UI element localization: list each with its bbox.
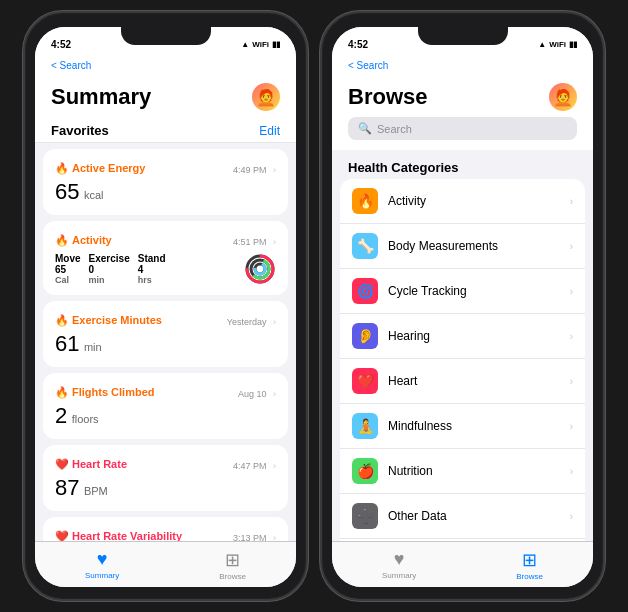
- status-icons-left: ▲ WiFi ▮▮: [241, 40, 280, 49]
- search-bar[interactable]: 🔍 Search: [348, 117, 577, 140]
- flame-icon-1: 🔥: [55, 162, 69, 175]
- hearing-chevron: ›: [570, 331, 573, 342]
- right-screen: 4:52 ▲ WiFi ▮▮ < Search Browse 🧑‍🦰: [332, 27, 593, 587]
- flights-value: 2 floors: [55, 403, 276, 429]
- notch: [121, 27, 211, 45]
- hrv-title: ❤️ Heart Rate Variability: [55, 530, 182, 542]
- active-energy-title: 🔥 Active Energy: [55, 162, 145, 175]
- other-icon: ➕: [352, 503, 378, 529]
- tab-summary-right[interactable]: ♥ Summary: [382, 549, 416, 580]
- nav-search-right: < Search: [348, 60, 388, 71]
- right-phone: 4:52 ▲ WiFi ▮▮ < Search Browse 🧑‍🦰: [320, 11, 605, 601]
- categories-list: 🔥 Activity › 🦴 Body Measurements ›: [340, 179, 585, 541]
- left-phone: 4:52 ▲ WiFi ▮▮ < Search Summary 🧑‍🦰: [23, 11, 308, 601]
- list-item-hearing[interactable]: 👂 Hearing ›: [340, 314, 585, 359]
- exercise-minutes-title: 🔥 Exercise Minutes: [55, 314, 162, 327]
- exercise-stat: Exercise 0 min: [89, 253, 130, 285]
- flights-title: 🔥 Flights Climbed: [55, 386, 155, 399]
- status-icons-right: ▲ WiFi ▮▮: [538, 40, 577, 49]
- heart-icon-2: ❤️: [55, 530, 69, 542]
- tab-summary-left[interactable]: ♥ Summary: [85, 549, 119, 580]
- active-energy-card[interactable]: 🔥 Active Energy 4:49 PM › 65 kcal: [43, 149, 288, 215]
- move-stat: Move 65 Cal: [55, 253, 81, 285]
- activity-stats: Move 65 Cal Exercise 0 min Stand 4 hrs: [55, 253, 276, 285]
- activity-chevron: ›: [570, 196, 573, 207]
- mindfulness-icon: 🧘: [352, 413, 378, 439]
- active-energy-value: 65 kcal: [55, 179, 276, 205]
- flame-icon-3: 🔥: [55, 314, 69, 327]
- user-avatar-right[interactable]: 🧑‍🦰: [549, 83, 577, 111]
- other-label: Other Data: [388, 509, 560, 523]
- nutrition-chevron: ›: [570, 466, 573, 477]
- notch-right: [418, 27, 508, 45]
- active-energy-time: 4:49 PM ›: [233, 159, 276, 177]
- body-icon: 🦴: [352, 233, 378, 259]
- summary-tab-label-right: Summary: [382, 571, 416, 580]
- hrv-time: 3:13 PM ›: [233, 527, 276, 541]
- browse-tab-label-right: Browse: [516, 572, 543, 581]
- cycle-icon: 🌀: [352, 278, 378, 304]
- list-item-body[interactable]: 🦴 Body Measurements ›: [340, 224, 585, 269]
- list-item-cycle[interactable]: 🌀 Cycle Tracking ›: [340, 269, 585, 314]
- favorites-label: Favorites: [51, 123, 109, 138]
- mindfulness-chevron: ›: [570, 421, 573, 432]
- exercise-value: 61 min: [55, 331, 276, 357]
- flights-card[interactable]: 🔥 Flights Climbed Aug 10 › 2 floors: [43, 373, 288, 439]
- flights-time: Aug 10 ›: [238, 383, 276, 401]
- exercise-time: Yesterday ›: [227, 311, 276, 329]
- time-left: 4:52: [51, 39, 71, 50]
- flame-icon-2: 🔥: [55, 234, 69, 247]
- heart-rate-title: ❤️ Heart Rate: [55, 458, 127, 471]
- activity-icon: 🔥: [352, 188, 378, 214]
- cycle-label: Cycle Tracking: [388, 284, 560, 298]
- activity-card[interactable]: 🔥 Activity 4:51 PM › Move 65 Cal: [43, 221, 288, 295]
- browse-header: Browse 🧑‍🦰 🔍 Search: [332, 75, 593, 150]
- tab-bar-left: ♥ Summary ⊞ Browse: [35, 541, 296, 587]
- user-avatar-left[interactable]: 🧑‍🦰: [252, 83, 280, 111]
- exercise-minutes-card[interactable]: 🔥 Exercise Minutes Yesterday › 61 min: [43, 301, 288, 367]
- heart-rate-time: 4:47 PM ›: [233, 455, 276, 473]
- nav-search-left: < Search: [51, 60, 91, 71]
- list-item-heart[interactable]: ❤️ Heart ›: [340, 359, 585, 404]
- tab-browse-right[interactable]: ⊞ Browse: [516, 549, 543, 581]
- heart-icon-1: ❤️: [55, 458, 69, 471]
- time-right: 4:52: [348, 39, 368, 50]
- list-item-nutrition[interactable]: 🍎 Nutrition ›: [340, 449, 585, 494]
- nutrition-label: Nutrition: [388, 464, 560, 478]
- heart-tab-icon-right: ♥: [394, 549, 405, 570]
- heart-rate-card[interactable]: ❤️ Heart Rate 4:47 PM › 87 BPM: [43, 445, 288, 511]
- summary-content: Summary 🧑‍🦰 Favorites Edit 🔥 Active Ener…: [35, 75, 296, 541]
- summary-tab-label: Summary: [85, 571, 119, 580]
- heart-rate-value: 87 BPM: [55, 475, 276, 501]
- heart-chevron: ›: [570, 376, 573, 387]
- health-categories-header: Health Categories: [332, 150, 593, 179]
- tab-browse-left[interactable]: ⊞ Browse: [219, 549, 246, 581]
- stand-stat: Stand 4 hrs: [138, 253, 166, 285]
- nav-bar-left[interactable]: < Search: [35, 55, 296, 75]
- nav-bar-right[interactable]: < Search: [332, 55, 593, 75]
- body-chevron: ›: [570, 241, 573, 252]
- summary-header: Summary 🧑‍🦰: [35, 75, 296, 119]
- other-chevron: ›: [570, 511, 573, 522]
- heart-icon: ❤️: [352, 368, 378, 394]
- list-item-activity[interactable]: 🔥 Activity ›: [340, 179, 585, 224]
- mindfulness-label: Mindfulness: [388, 419, 560, 433]
- grid-tab-icon-left: ⊞: [225, 549, 240, 571]
- browse-content: Browse 🧑‍🦰 🔍 Search Health Categories �: [332, 75, 593, 541]
- search-icon: 🔍: [358, 122, 372, 135]
- hearing-label: Hearing: [388, 329, 560, 343]
- heart-label: Heart: [388, 374, 560, 388]
- search-placeholder: Search: [377, 123, 412, 135]
- activity-ring: [244, 253, 276, 285]
- edit-button[interactable]: Edit: [259, 124, 280, 138]
- left-screen: 4:52 ▲ WiFi ▮▮ < Search Summary 🧑‍🦰: [35, 27, 296, 587]
- hrv-card[interactable]: ❤️ Heart Rate Variability 3:13 PM › 42 m…: [43, 517, 288, 541]
- cycle-chevron: ›: [570, 286, 573, 297]
- browse-title: Browse 🧑‍🦰: [348, 83, 577, 111]
- list-item-mindfulness[interactable]: 🧘 Mindfulness ›: [340, 404, 585, 449]
- activity-label: Activity: [388, 194, 560, 208]
- activity-title: 🔥 Activity: [55, 234, 112, 247]
- body-label: Body Measurements: [388, 239, 560, 253]
- heart-tab-icon: ♥: [97, 549, 108, 570]
- list-item-other[interactable]: ➕ Other Data ›: [340, 494, 585, 539]
